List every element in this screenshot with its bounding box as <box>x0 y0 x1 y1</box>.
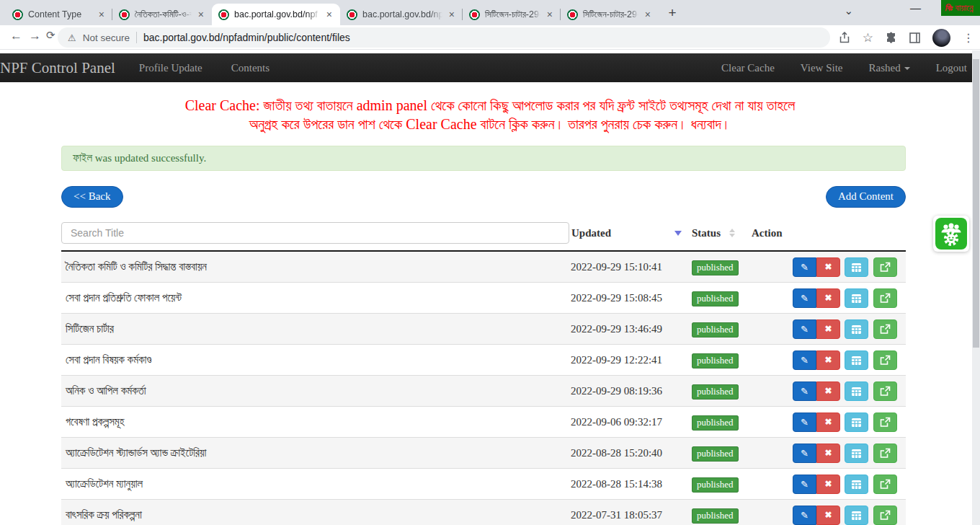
content-title[interactable]: সিটিজেন চার্টার <box>61 323 569 335</box>
calendar-button[interactable] <box>845 288 868 308</box>
delete-button[interactable]: ✖ <box>816 444 840 463</box>
calendar-button[interactable] <box>845 444 868 463</box>
profile-avatar[interactable] <box>932 29 950 47</box>
column-header-updated[interactable]: Updated <box>569 227 692 239</box>
table-row: অনিক ও আপিল কর্মকর্তা 2022-09-29 08:19:3… <box>61 376 906 407</box>
nav-user-dropdown[interactable]: Rashed <box>868 62 909 74</box>
share-icon[interactable] <box>839 32 850 43</box>
browser-menu-kebab-icon[interactable]: ⋮ <box>963 31 974 45</box>
content-title[interactable]: অ্যাক্রেডিটেশন ম্যানুয়াল <box>61 478 569 490</box>
calendar-button[interactable] <box>845 412 868 432</box>
delete-button[interactable]: ✖ <box>816 506 840 525</box>
share-button[interactable] <box>873 412 897 432</box>
content-title[interactable]: অনিক ও আপিল কর্মকর্তা <box>61 385 569 397</box>
calendar-button[interactable] <box>845 506 868 525</box>
row-actions: ✎ ✖ <box>752 444 906 463</box>
status-badge: published <box>692 384 739 400</box>
accessibility-widget-button[interactable] <box>933 216 969 252</box>
calendar-icon <box>851 262 862 273</box>
back-button[interactable]: << Back <box>61 186 123 208</box>
tab-close-icon[interactable]: × <box>643 9 652 20</box>
delete-button[interactable]: ✖ <box>816 475 840 494</box>
nav-clear-cache[interactable]: Clear Cache <box>721 62 775 74</box>
edit-button[interactable]: ✎ <box>793 412 816 432</box>
edit-button[interactable]: ✎ <box>793 381 816 401</box>
share-button[interactable] <box>873 506 897 525</box>
table-row: গবেষণা প্রকল্পসমূহ 2022-09-06 09:32:17 p… <box>61 407 906 438</box>
content-title[interactable]: সেবা প্রদান প্রতিশ্রুতি ফোকাল পয়েন্ট <box>61 292 569 304</box>
content-title[interactable]: গবেষণা প্রকল্পসমূহ <box>61 416 569 428</box>
delete-button[interactable]: ✖ <box>816 350 840 370</box>
edit-button[interactable]: ✎ <box>793 288 816 308</box>
nav-profile-update[interactable]: Profile Update <box>139 62 202 74</box>
edit-button[interactable]: ✎ <box>793 257 816 277</box>
calendar-button[interactable] <box>845 350 868 370</box>
tab-title: সিটিজেন-চাটার-29-09 <box>583 9 638 20</box>
browser-tab[interactable]: সিটিজেন-চাটার-29-09 × <box>463 4 561 25</box>
search-input[interactable] <box>61 222 569 244</box>
edit-button[interactable]: ✎ <box>793 350 816 370</box>
content-title[interactable]: অ্যাক্রেডিটেশন স্ট্যান্ডার্ডস অ্যান্ড ক্… <box>61 447 569 459</box>
share-button[interactable] <box>873 319 897 339</box>
column-header-action: Action <box>752 227 906 239</box>
share-button[interactable] <box>873 444 897 463</box>
delete-button[interactable]: ✖ <box>816 412 840 432</box>
edit-button[interactable]: ✎ <box>793 319 816 339</box>
content-title[interactable]: নৈতিকতা কমিটি ও কমিটির সিদ্ধান্ত বাস্তবা… <box>61 261 569 273</box>
tab-close-icon[interactable]: × <box>447 9 456 20</box>
edit-button[interactable]: ✎ <box>793 444 816 463</box>
notice-line-1: Clear Cache: জাতীয় তথ্য বাতায়নে admin … <box>0 96 980 115</box>
nav-view-site[interactable]: View Site <box>801 62 843 74</box>
x-icon: ✖ <box>824 448 832 458</box>
edit-button[interactable]: ✎ <box>793 475 816 494</box>
forward-nav-icon[interactable]: → <box>29 29 41 43</box>
back-nav-icon[interactable]: ← <box>10 29 22 43</box>
share-button[interactable] <box>873 381 897 401</box>
column-header-status[interactable]: Status <box>692 227 752 239</box>
browser-tab[interactable]: Content Type × <box>6 4 112 25</box>
not-secure-warning-icon: ⚠ <box>68 32 76 43</box>
browser-tab[interactable]: bac.portal.gov.bd/npf × <box>212 4 340 25</box>
refresh-icon[interactable]: ⟳ <box>46 29 55 42</box>
delete-button[interactable]: ✖ <box>816 381 840 401</box>
browser-tab[interactable]: নৈতিকতা-কমিটি-ও-ক × <box>112 4 212 25</box>
bookmark-star-icon[interactable]: ☆ <box>863 30 873 45</box>
side-panel-icon[interactable] <box>909 32 920 43</box>
calendar-button[interactable] <box>845 475 868 494</box>
tab-close-icon[interactable]: × <box>545 9 554 20</box>
bijoy-logo-icon: বিঃ <box>945 3 952 13</box>
sort-both-icon <box>729 229 735 237</box>
tab-close-icon[interactable]: × <box>325 9 334 20</box>
nav-contents[interactable]: Contents <box>231 62 270 74</box>
content-title[interactable]: বাৎসরিক ক্রয় পরিকল্পনা <box>61 509 569 521</box>
nav-logout[interactable]: Logout <box>936 62 967 74</box>
tab-close-icon[interactable]: × <box>197 9 205 20</box>
page-scrollbar-thumb[interactable] <box>973 59 979 348</box>
edit-button[interactable]: ✎ <box>793 506 816 525</box>
content-title[interactable]: সেবা প্রদান বিষয়ক কর্মকাণ্ড <box>61 354 569 366</box>
add-content-button[interactable]: Add Content <box>826 186 906 208</box>
share-button[interactable] <box>873 350 897 370</box>
calendar-button[interactable] <box>845 257 868 277</box>
share-button[interactable] <box>873 257 897 277</box>
share-button[interactable] <box>873 475 897 494</box>
tab-search-chevron-icon[interactable]: ⌄ <box>844 4 853 17</box>
tab-close-icon[interactable]: × <box>97 9 106 20</box>
status-badge: published <box>692 415 739 431</box>
share-button[interactable] <box>873 288 897 308</box>
page-scrollbar-track[interactable] <box>972 50 980 525</box>
browser-tab[interactable]: bac.portal.gov.bd/npf × <box>340 4 463 25</box>
share-export-icon <box>880 510 891 521</box>
delete-button[interactable]: ✖ <box>816 257 840 277</box>
calendar-button[interactable] <box>845 319 868 339</box>
delete-button[interactable]: ✖ <box>816 319 840 339</box>
window-minimize-button[interactable]: — <box>910 1 921 14</box>
new-tab-button[interactable]: + <box>663 4 682 22</box>
address-bar[interactable]: ⚠ Not secure bac.portal.gov.bd/npfadmin/… <box>58 27 830 48</box>
navbar-brand[interactable]: NPF Control Panel <box>0 59 115 77</box>
calendar-button[interactable] <box>845 381 868 401</box>
delete-button[interactable]: ✖ <box>816 288 840 308</box>
browser-tab[interactable]: সিটিজেন-চাটার-29-09 × <box>561 4 659 25</box>
updated-timestamp: 2022-09-29 08:19:36 <box>569 385 692 397</box>
extensions-puzzle-icon[interactable] <box>886 32 897 43</box>
